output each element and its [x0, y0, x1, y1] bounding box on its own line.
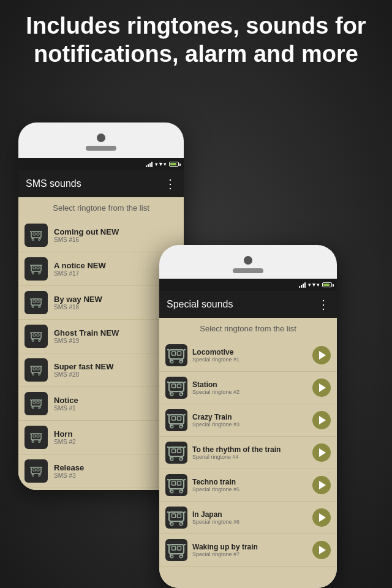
svg-point-44: [39, 374, 40, 375]
svg-point-133: [170, 522, 173, 526]
svg-rect-127: [172, 514, 176, 518]
list-item[interactable]: Station Special ringtone #2: [159, 372, 337, 404]
svg-rect-64: [33, 469, 36, 471]
svg-point-98: [179, 393, 183, 396]
svg-rect-19: [33, 300, 36, 303]
svg-rect-55: [33, 435, 36, 437]
phone2: ▾▼▾ Special sounds ⋮ Select ringtone fro…: [159, 245, 337, 588]
svg-point-106: [170, 425, 173, 428]
battery-icon: [169, 162, 179, 167]
svg-rect-109: [172, 449, 176, 453]
svg-point-53: [39, 407, 40, 409]
list-header-2: Select ringtone from the list: [159, 318, 337, 339]
track-icon: [24, 358, 48, 382]
item-name-2: Crazy Train: [192, 413, 307, 421]
signal-icon-2: [299, 282, 306, 288]
app-bar-1: SMS sounds ⋮: [18, 170, 184, 197]
svg-point-88: [170, 360, 173, 363]
track-icon: [24, 224, 48, 247]
list-item[interactable]: Coming out NEW SMS #16: [18, 219, 184, 252]
svg-point-17: [39, 273, 40, 274]
phone2-screen: ▾▼▾ Special sounds ⋮ Select ringtone fro…: [159, 279, 337, 588]
phone2-speaker: [233, 268, 263, 273]
svg-rect-136: [172, 546, 176, 550]
svg-point-7: [32, 239, 34, 241]
item-name-2: Waking up by train: [192, 543, 307, 551]
app-title-2: Special sounds: [167, 299, 233, 310]
svg-point-124: [170, 490, 173, 493]
svg-point-71: [39, 475, 40, 477]
svg-rect-54: [31, 434, 41, 440]
play-button[interactable]: [312, 346, 331, 364]
svg-point-26: [39, 306, 40, 308]
play-button[interactable]: [312, 411, 331, 429]
svg-rect-1: [33, 233, 36, 235]
list-item[interactable]: In Japan Special ringtone #6: [159, 502, 337, 534]
svg-point-43: [32, 374, 34, 375]
svg-rect-46: [33, 401, 36, 404]
track-icon-2: [165, 409, 187, 431]
svg-rect-65: [37, 469, 39, 471]
svg-point-107: [179, 425, 183, 428]
svg-point-97: [170, 393, 173, 396]
svg-rect-56: [37, 435, 39, 437]
battery-icon-2: [322, 282, 332, 287]
app-title-1: SMS sounds: [26, 178, 81, 189]
svg-rect-92: [178, 384, 181, 388]
menu-button-1[interactable]: ⋮: [164, 176, 176, 191]
svg-rect-81: [169, 350, 184, 359]
svg-rect-63: [31, 467, 41, 473]
svg-rect-126: [169, 512, 184, 521]
track-icon: [24, 459, 48, 483]
status-bar-2: ▾▼▾: [159, 279, 337, 291]
svg-rect-119: [178, 481, 181, 485]
svg-rect-128: [178, 514, 181, 518]
svg-rect-118: [172, 481, 176, 485]
track-icon: [24, 325, 48, 348]
svg-rect-37: [33, 368, 36, 370]
list-item[interactable]: Crazy Train Special ringtone #3: [159, 404, 337, 437]
svg-rect-28: [33, 334, 36, 336]
svg-point-115: [170, 458, 173, 461]
item-name-2: Techno train: [192, 478, 307, 486]
svg-rect-18: [31, 299, 41, 305]
list-item[interactable]: To the rhythm of the train Sperial ringt…: [159, 437, 337, 469]
item-sub-2: Special ringtone #6: [192, 519, 307, 525]
item-sub-2: Special ringtone #7: [192, 551, 307, 557]
item-sub-2: Special ringtone #3: [192, 421, 307, 428]
phone2-list: Locomotive Special ringtone #1 Station S…: [159, 339, 337, 567]
svg-rect-47: [37, 401, 39, 404]
track-icon-2: [165, 507, 187, 529]
svg-rect-135: [169, 545, 184, 554]
svg-rect-91: [172, 384, 176, 388]
svg-point-89: [179, 360, 183, 363]
svg-rect-20: [37, 300, 39, 303]
svg-point-16: [32, 273, 34, 274]
track-icon-2: [165, 539, 187, 561]
play-button[interactable]: [312, 443, 331, 462]
item-sub-2: Sperial ringtone #4: [192, 454, 307, 460]
play-button[interactable]: [312, 379, 331, 397]
svg-point-35: [39, 340, 40, 342]
svg-point-143: [179, 555, 183, 558]
svg-rect-108: [169, 447, 184, 456]
item-sub-2: Special ringtone #5: [192, 486, 307, 492]
phone1-speaker: [86, 146, 116, 151]
svg-rect-0: [31, 232, 41, 238]
list-header-1: Select ringtone from the list: [18, 197, 184, 219]
play-button[interactable]: [312, 541, 331, 559]
svg-point-125: [179, 490, 183, 493]
svg-rect-83: [178, 352, 181, 355]
play-button[interactable]: [312, 508, 331, 527]
item-sub-2: Special ringtone #1: [192, 356, 307, 363]
item-name-2: In Japan: [192, 510, 307, 519]
list-item[interactable]: Waking up by train Special ringtone #7: [159, 534, 337, 567]
status-bar-1: ▾▼▾: [18, 158, 184, 170]
list-item[interactable]: Locomotive Special ringtone #1: [159, 339, 337, 372]
svg-point-142: [170, 555, 173, 558]
play-button[interactable]: [312, 476, 331, 494]
list-item[interactable]: Techno train Special ringtone #5: [159, 469, 337, 502]
track-icon: [24, 426, 48, 449]
menu-button-2[interactable]: ⋮: [317, 297, 330, 312]
item-name: Coming out NEW: [54, 227, 178, 236]
